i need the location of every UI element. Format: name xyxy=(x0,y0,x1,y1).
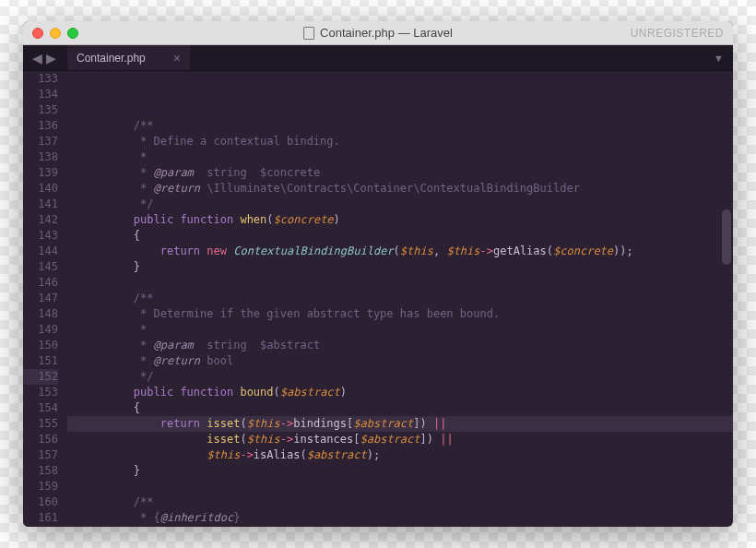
line-number: 144 xyxy=(23,244,58,259)
window-title: Container.php — Laravel xyxy=(303,26,453,40)
line-number: 154 xyxy=(23,400,58,416)
code-line[interactable]: /** xyxy=(67,291,733,306)
line-number: 158 xyxy=(23,463,58,479)
line-number: 145 xyxy=(23,259,58,275)
minimize-icon[interactable] xyxy=(50,28,61,39)
line-number: 157 xyxy=(23,447,58,463)
code-line[interactable]: /** xyxy=(67,118,733,134)
editor-area[interactable]: 1331341351361371381391401411421431441451… xyxy=(23,71,733,527)
line-number-gutter: 1331341351361371381391401411421431441451… xyxy=(23,71,67,527)
line-number: 134 xyxy=(23,87,58,102)
code-line[interactable]: } xyxy=(67,259,733,275)
tab-close-icon[interactable]: × xyxy=(173,51,181,66)
code-line[interactable]: * @param string $concrete xyxy=(67,165,733,181)
line-number: 142 xyxy=(23,212,58,228)
line-number: 160 xyxy=(23,494,58,510)
code-line[interactable]: /** xyxy=(67,494,733,510)
code-line[interactable]: * @return \Illuminate\Contracts\Containe… xyxy=(67,181,733,197)
code-line[interactable] xyxy=(67,275,733,291)
code-line[interactable]: return isset($this->bindings[$abstract])… xyxy=(67,416,733,432)
line-number: 141 xyxy=(23,197,58,212)
tab-active[interactable]: Container.php × xyxy=(67,45,190,70)
code-line[interactable]: $this->isAlias($abstract); xyxy=(67,447,733,463)
line-number: 135 xyxy=(23,102,58,118)
code-line[interactable]: public function bound($abstract) xyxy=(67,385,733,400)
editor-window: Container.php — Laravel UNREGISTERED ◀ ▶… xyxy=(23,21,733,527)
code-line[interactable]: isset($this->instances[$abstract]) || xyxy=(67,432,733,447)
line-number: 147 xyxy=(23,291,58,306)
nav-back-icon[interactable]: ◀ xyxy=(32,51,42,66)
code-line[interactable]: * xyxy=(67,322,733,338)
code-line[interactable]: * Determine if the given abstract type h… xyxy=(67,306,733,322)
nav-forward-icon[interactable]: ▶ xyxy=(46,51,56,66)
titlebar: Container.php — Laravel UNREGISTERED xyxy=(23,21,733,45)
title-text: Container.php — Laravel xyxy=(320,26,453,40)
code-line[interactable] xyxy=(67,479,733,494)
tab-bar: ◀ ▶ Container.php × ▼ xyxy=(23,45,733,71)
code-content[interactable]: /** * Define a contextual binding. * * @… xyxy=(67,71,733,527)
line-number: 136 xyxy=(23,118,58,134)
zoom-icon[interactable] xyxy=(67,28,78,39)
line-number: 133 xyxy=(23,71,58,87)
code-line[interactable]: * Define a contextual binding. xyxy=(67,134,733,149)
line-number: 153 xyxy=(23,385,58,400)
window-controls xyxy=(32,28,78,39)
code-line[interactable]: * xyxy=(67,149,733,165)
line-number: 151 xyxy=(23,353,58,369)
line-number: 143 xyxy=(23,228,58,244)
file-icon xyxy=(303,27,314,40)
line-number: 148 xyxy=(23,306,58,322)
registration-status: UNREGISTERED xyxy=(631,27,724,40)
line-number: 155 xyxy=(23,416,58,432)
code-line[interactable]: */ xyxy=(67,197,733,212)
line-number: 137 xyxy=(23,134,58,149)
tab-label: Container.php xyxy=(77,52,146,65)
nav-arrows: ◀ ▶ xyxy=(32,51,56,66)
line-number: 161 xyxy=(23,510,58,526)
line-number: 152 xyxy=(23,369,58,385)
code-line[interactable]: { xyxy=(67,228,733,244)
code-line[interactable]: * {@inheritdoc} xyxy=(67,510,733,526)
line-number: 159 xyxy=(23,479,58,494)
close-icon[interactable] xyxy=(32,28,43,39)
tab-menu-icon[interactable]: ▼ xyxy=(714,53,724,64)
line-number: 146 xyxy=(23,275,58,291)
scrollbar-thumb[interactable] xyxy=(722,209,731,265)
code-line[interactable]: public function when($concrete) xyxy=(67,212,733,228)
code-line[interactable]: } xyxy=(67,463,733,479)
line-number: 156 xyxy=(23,432,58,447)
line-number: 139 xyxy=(23,165,58,181)
code-line[interactable]: * @param string $abstract xyxy=(67,338,733,353)
code-line[interactable]: * @return bool xyxy=(67,353,733,369)
code-line[interactable]: return new ContextualBindingBuilder($thi… xyxy=(67,244,733,259)
line-number: 140 xyxy=(23,181,58,197)
line-number: 149 xyxy=(23,322,58,338)
code-line[interactable]: */ xyxy=(67,526,733,527)
line-number: 150 xyxy=(23,338,58,353)
code-line[interactable]: { xyxy=(67,400,733,416)
line-number: 138 xyxy=(23,149,58,165)
code-line[interactable]: */ xyxy=(67,369,733,385)
